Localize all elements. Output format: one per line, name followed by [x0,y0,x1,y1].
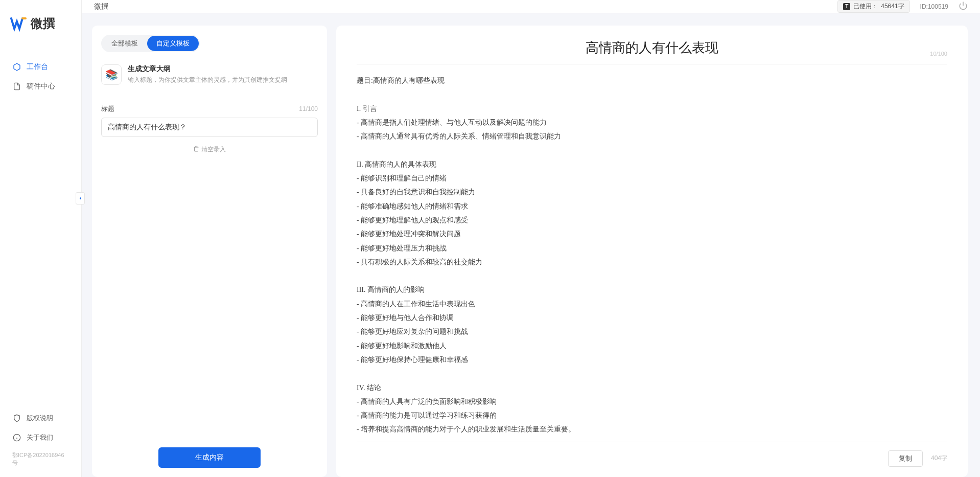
logo-text: 微撰 [31,15,55,32]
title-label: 标题 [101,104,114,113]
usage-value: 45641字 [881,2,904,11]
template-tabs: 全部模板 自定义模板 [101,35,200,52]
title-field-header: 标题 11/100 [101,104,318,113]
topbar: 微撰 T 已使用： 45641字 ID:100519 [82,0,980,13]
sidebar: 微撰 工作台 稿件中心 版权说明 关于我们 鄂ICP备2022016946号 [0,0,82,477]
nav-bottom: 版权说明 关于我们 鄂ICP备2022016946号 [0,408,81,477]
title-input[interactable] [101,118,318,137]
nav-item-drafts[interactable]: 稿件中心 [0,77,81,96]
nav-main: 工作台 稿件中心 [0,42,81,408]
nav-label: 版权说明 [27,414,53,423]
nav-item-copyright[interactable]: 版权说明 [0,408,81,428]
usage-prefix: 已使用： [853,2,878,11]
generate-button[interactable]: 生成内容 [158,447,261,468]
tab-all-templates[interactable]: 全部模板 [102,36,147,51]
tab-custom-templates[interactable]: 自定义模板 [147,36,199,51]
user-id: ID:100519 [920,3,948,10]
template-card: 📚 生成文章大纲 输入标题，为你提供文章主体的灵感，并为其创建推文提纲 [101,61,318,93]
logo: 微撰 [0,0,81,42]
info-icon [12,433,21,442]
main-area: 微撰 T 已使用： 45641字 ID:100519 全部模板 自定义模板 📚 [82,0,980,477]
output-body: 题目:高情商的人有哪些表现 I. 引言 - 高情商是指人们处理情绪、与他人互动以… [357,74,947,437]
sidebar-collapse-button[interactable] [76,192,85,205]
clear-label: 清空录入 [201,145,226,154]
word-count: 404字 [931,454,947,463]
document-icon [12,82,21,91]
icp-text: 鄂ICP备2022016946号 [0,447,81,472]
usage-badge: T 已使用： 45641字 [837,0,909,13]
nav-item-about[interactable]: 关于我们 [0,428,81,447]
output-title: 高情商的人有什么表现 [586,39,718,57]
copy-button[interactable]: 复制 [888,450,923,467]
nav-label: 稿件中心 [27,82,55,91]
template-title: 生成文章大纲 [128,64,318,74]
books-icon: 📚 [101,64,122,85]
cube-icon [12,62,21,72]
template-desc: 输入标题，为你提供文章主体的灵感，并为其创建推文提纲 [128,76,318,84]
output-title-row: 高情商的人有什么表现 10/100 [357,39,947,64]
nav-label: 关于我们 [27,433,53,442]
output-footer: 复制 404字 [357,442,947,467]
clear-input-button[interactable]: 清空录入 [101,145,318,154]
power-icon[interactable] [959,1,968,12]
topbar-right: T 已使用： 45641字 ID:100519 [837,0,968,13]
title-counter: 11/100 [299,105,318,112]
trash-icon [193,146,199,153]
content: 全部模板 自定义模板 📚 生成文章大纲 输入标题，为你提供文章主体的灵感，并为其… [82,13,980,477]
text-icon: T [843,3,850,10]
nav-label: 工作台 [27,62,48,72]
output-panel: 高情商的人有什么表现 10/100 题目:高情商的人有哪些表现 I. 引言 - … [336,26,968,477]
output-title-counter: 10/100 [930,51,947,57]
input-panel: 全部模板 自定义模板 📚 生成文章大纲 输入标题，为你提供文章主体的灵感，并为其… [92,26,327,477]
template-info: 生成文章大纲 输入标题，为你提供文章主体的灵感，并为其创建推文提纲 [128,64,318,85]
logo-icon [10,15,27,32]
breadcrumb: 微撰 [94,2,108,11]
shield-icon [12,414,21,423]
nav-item-workspace[interactable]: 工作台 [0,57,81,77]
